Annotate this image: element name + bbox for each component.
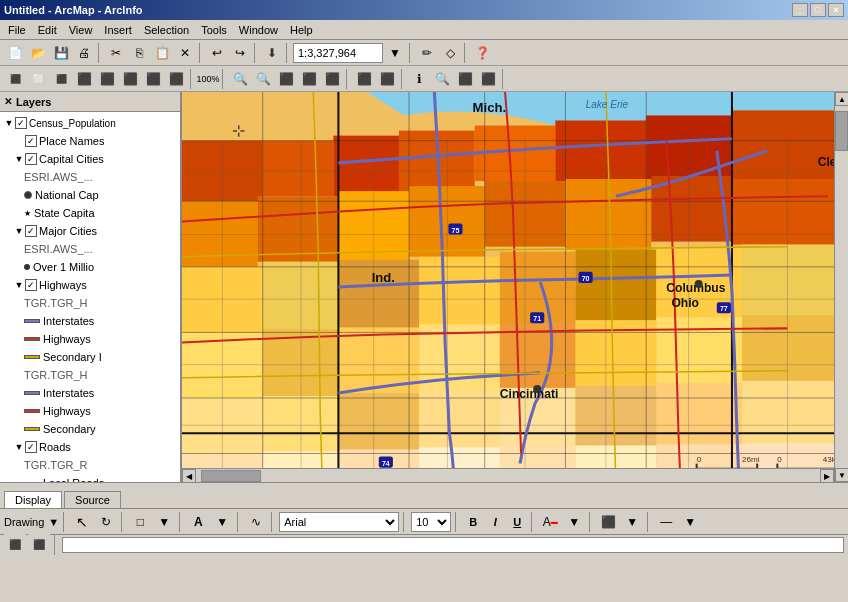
layer-over1million[interactable]: Over 1 Millio [0,258,180,276]
open-button[interactable]: 📂 [27,42,49,64]
text-tool[interactable]: A [187,511,209,533]
layer-interstates1[interactable]: Interstates [0,312,180,330]
layer-secondary1[interactable]: Secondary I [0,348,180,366]
rectangle-tool[interactable]: □ [129,511,151,533]
undo-button[interactable]: ↩ [206,42,228,64]
dropdown-shapes[interactable]: ▼ [153,511,175,533]
highlight-button[interactable]: ⬛ [597,511,619,533]
checkbox-census[interactable] [15,117,27,129]
full-extent2[interactable]: ⬛ [275,68,297,90]
status-btn2[interactable]: ⬛ [28,534,50,556]
menu-selection[interactable]: Selection [138,23,195,37]
paste-button[interactable]: 📋 [151,42,173,64]
menu-file[interactable]: File [2,23,32,37]
minimize-button[interactable]: _ [792,3,808,17]
menu-window[interactable]: Window [233,23,284,37]
italic-button[interactable]: I [485,512,505,532]
layer-interstates2[interactable]: Interstates [0,384,180,402]
sketch-tool[interactable]: ◇ [439,42,461,64]
scroll-thumb-h[interactable] [201,470,261,482]
collapse-layers-btn[interactable]: ✕ [4,96,12,107]
scale-input[interactable] [293,43,383,63]
underline-button[interactable]: U [507,512,527,532]
expand-highways-icon[interactable]: ▼ [14,280,24,290]
layer-highways1-item[interactable]: Highways [0,330,180,348]
redo-button[interactable]: ↪ [229,42,251,64]
pan2[interactable]: ⬛ [165,68,187,90]
layer-tgr2[interactable]: TGR.TGR_H [0,366,180,384]
print-button[interactable]: 🖨 [73,42,95,64]
zoom-in[interactable]: ⬛ [96,68,118,90]
layer-majorcities[interactable]: ▼ Major Cities [0,222,180,240]
measure[interactable]: ⬛ [477,68,499,90]
edit-tool[interactable]: ✏ [416,42,438,64]
save-button[interactable]: 💾 [50,42,72,64]
checkbox-majorcities[interactable] [25,225,37,237]
copy-button[interactable]: ⎘ [128,42,150,64]
font-color-button[interactable]: A▬ [539,511,561,533]
next-extent[interactable]: ⬛ [321,68,343,90]
menu-view[interactable]: View [63,23,99,37]
close-button[interactable]: × [828,3,844,17]
scroll-left-button[interactable]: ◀ [182,469,196,482]
tab-source[interactable]: Source [64,491,121,508]
full-extent[interactable]: ⬛ [50,68,72,90]
layer-secondary2[interactable]: Secondary [0,420,180,438]
bold-button[interactable]: B [463,512,483,532]
map-scrollbar-horizontal[interactable]: ◀ ▶ [182,468,834,482]
layer-census[interactable]: ▼ Census_Population [0,114,180,132]
checkbox-highways[interactable] [25,279,37,291]
expand-census-icon[interactable]: ▼ [4,118,14,128]
hyperlink[interactable]: ⬛ [454,68,476,90]
maximize-button[interactable]: □ [810,3,826,17]
select-tool-bottom[interactable]: ↖ [71,511,93,533]
zoom-out[interactable]: ⬛ [119,68,141,90]
font-size-select[interactable]: 10 [411,512,451,532]
layer-capitalcities[interactable]: ▼ Capital Cities [0,150,180,168]
clear-selection[interactable]: ⬛ [376,68,398,90]
expand-placenames-icon[interactable] [14,136,24,146]
add-data-button[interactable]: ⬇ [261,42,283,64]
scroll-track-v[interactable] [835,106,848,468]
scroll-up-button[interactable]: ▲ [835,92,848,106]
map-scrollbar-vertical[interactable]: ▲ ▼ [834,92,848,482]
status-btn1[interactable]: ⬛ [4,534,26,556]
menu-insert[interactable]: Insert [98,23,138,37]
pan[interactable]: ⬛ [73,68,95,90]
line-button[interactable]: — [655,511,677,533]
fixed-zoom-out[interactable]: 🔍 [252,68,274,90]
delete-button[interactable]: ✕ [174,42,196,64]
new-button[interactable]: 📄 [4,42,26,64]
cut-button[interactable]: ✂ [105,42,127,64]
font-color-dropdown[interactable]: ▼ [563,511,585,533]
layer-esri2[interactable]: ESRI.AWS_... [0,240,180,258]
layer-roads[interactable]: ▼ Roads [0,438,180,456]
layer-tgr1[interactable]: TGR.TGR_H [0,294,180,312]
fixed-zoom-in[interactable]: 🔍 [229,68,251,90]
find[interactable]: 🔍 [431,68,453,90]
zoom-out-fixed[interactable]: ⬜ [27,68,49,90]
layer-highways2-item[interactable]: Highways [0,402,180,420]
zoom-in-fixed[interactable]: ⬛ [4,68,26,90]
spline-tool[interactable]: ∿ [245,511,267,533]
menu-help[interactable]: Help [284,23,319,37]
checkbox-capitalcities[interactable] [25,153,37,165]
identify[interactable]: ℹ [408,68,430,90]
scroll-track-h[interactable] [196,469,820,482]
scroll-down-button[interactable]: ▼ [835,468,848,482]
rotate[interactable]: ⬛ [142,68,164,90]
prev-extent[interactable]: ⬛ [298,68,320,90]
layer-tgr3[interactable]: TGR.TGR_R [0,456,180,474]
layer-placenames[interactable]: Place Names [0,132,180,150]
expand-capitalcities-icon[interactable]: ▼ [14,154,24,164]
layer-statecap[interactable]: ★ State Capita [0,204,180,222]
map-area[interactable]: 74 75 70 71 77 25 [182,92,848,482]
checkbox-roads[interactable] [25,441,37,453]
text-dropdown[interactable]: ▼ [211,511,233,533]
scroll-thumb-v[interactable] [835,111,848,151]
identify-tool[interactable]: ❓ [471,42,493,64]
scroll-right-button[interactable]: ▶ [820,469,834,482]
scale-dropdown[interactable]: ▼ [384,42,406,64]
layer-localroads[interactable]: Local Roads [0,474,180,482]
expand-majorcities-icon[interactable]: ▼ [14,226,24,236]
